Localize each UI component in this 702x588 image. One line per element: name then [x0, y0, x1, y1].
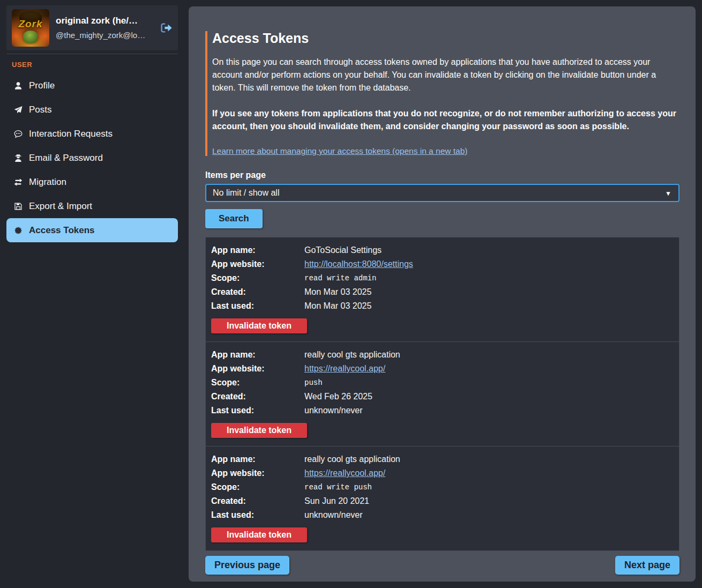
floppy-disk-icon — [13, 202, 23, 211]
field-label: App website: — [211, 259, 304, 269]
next-page-button[interactable]: Next page — [615, 556, 679, 575]
sidebar-nav: Profile Posts — [0, 73, 185, 242]
logout-button[interactable] — [159, 21, 173, 35]
token-row-app-website: App website: http://localhost:8080/setti… — [211, 257, 673, 271]
items-per-page-label: Items per page — [205, 170, 679, 180]
field-label: App name: — [211, 245, 304, 255]
learn-more-link[interactable]: Learn more about managing your access to… — [212, 146, 467, 156]
app-website-link[interactable]: https://reallycool.app/ — [304, 364, 385, 373]
intro-paragraph: On this page you can search through acce… — [212, 56, 679, 94]
field-label: App name: — [211, 350, 304, 360]
app-name-value: GoToSocial Settings — [304, 245, 382, 255]
items-per-page-value: No limit / show all — [213, 188, 279, 198]
token-row-last-used: Last used: unknown/never — [211, 508, 673, 522]
display-name: original zork (he/… — [56, 15, 152, 27]
scope-value: read write push — [304, 483, 372, 492]
token-row-created: Created: Wed Feb 26 2025 — [211, 390, 673, 404]
user-secret-icon — [13, 153, 23, 162]
token-row-created: Created: Mon Mar 03 2025 — [211, 285, 673, 299]
token-row-app-website: App website: https://reallycool.app/ — [211, 362, 673, 376]
sidebar-item-label: Access Tokens — [29, 225, 95, 236]
sidebar-item-access-tokens[interactable]: Access Tokens — [6, 218, 178, 242]
user-card: Zork original zork (he/… @the_mighty_zor… — [6, 5, 178, 50]
token-row-app-website: App website: https://reallycool.app/ — [211, 466, 673, 480]
sidebar-item-label: Interaction Requests — [29, 129, 113, 139]
field-label: Created: — [211, 287, 304, 297]
sidebar: Zork original zork (he/… @the_mighty_zor… — [0, 0, 185, 588]
access-tokens-page: Zork original zork (he/… @the_mighty_zor… — [0, 0, 702, 588]
last-used-value: Mon Mar 03 2025 — [304, 301, 371, 311]
token-row-last-used: Last used: Mon Mar 03 2025 — [211, 299, 673, 313]
token-row-last-used: Last used: unknown/never — [211, 404, 673, 418]
token-row-app-name: App name: really cool gts application — [211, 452, 673, 466]
token-row-created: Created: Sun Jun 20 2021 — [211, 494, 673, 508]
token-row-scope: Scope: read write push — [211, 480, 673, 494]
field-label: Last used: — [211, 406, 304, 415]
created-value: Sun Jun 20 2021 — [304, 496, 369, 506]
token-list: App name: GoToSocial Settings App websit… — [205, 237, 679, 551]
sidebar-item-posts[interactable]: Posts — [0, 98, 185, 122]
sidebar-item-label: Profile — [29, 80, 55, 91]
user-icon — [13, 81, 23, 90]
token-entry: App name: really cool gts application Ap… — [206, 342, 679, 446]
user-names: original zork (he/… @the_mighty_zork@lo… — [56, 15, 152, 41]
invalidate-token-button[interactable]: Invalidate token — [211, 423, 307, 438]
avatar: Zork — [12, 9, 49, 47]
sidebar-item-email-password[interactable]: Email & Password — [0, 146, 185, 170]
avatar-title-text: Zork — [12, 18, 49, 30]
invalidate-token-button[interactable]: Invalidate token — [211, 527, 307, 542]
token-entry: App name: GoToSocial Settings App websit… — [206, 237, 679, 342]
field-label: App name: — [211, 455, 304, 464]
certificate-icon — [13, 226, 23, 235]
previous-page-button[interactable]: Previous page — [205, 556, 289, 575]
sign-out-icon — [159, 28, 173, 36]
sidebar-item-profile[interactable]: Profile — [0, 73, 185, 98]
sidebar-item-migration[interactable]: Migration — [0, 170, 185, 194]
token-entry: App name: really cool gts application Ap… — [206, 446, 679, 550]
sidebar-item-label: Export & Import — [29, 201, 92, 212]
sidebar-item-label: Email & Password — [29, 153, 103, 163]
sidebar-item-label: Migration — [29, 177, 66, 188]
page-header: Access Tokens On this page you can searc… — [205, 31, 679, 156]
avatar-creature-art — [23, 31, 38, 43]
warning-paragraph: If you see any tokens from applications … — [212, 107, 679, 133]
app-website-link[interactable]: http://localhost:8080/settings — [304, 259, 413, 269]
field-label: Created: — [211, 392, 304, 401]
token-row-scope: Scope: push — [211, 376, 673, 390]
pagination: Previous page Next page — [205, 556, 679, 575]
token-row-scope: Scope: read write admin — [211, 271, 673, 285]
paper-plane-icon — [13, 105, 23, 114]
main-panel: Access Tokens On this page you can searc… — [189, 6, 696, 582]
user-handle: @the_mighty_zork@lo… — [56, 30, 152, 41]
token-row-app-name: App name: GoToSocial Settings — [211, 243, 673, 257]
field-label: Scope: — [211, 273, 304, 283]
field-label: Last used: — [211, 301, 304, 311]
field-label: Scope: — [211, 482, 304, 492]
page-title: Access Tokens — [212, 31, 679, 45]
field-label: Scope: — [211, 378, 304, 388]
created-value: Wed Feb 26 2025 — [304, 392, 372, 401]
app-name-value: really cool gts application — [304, 350, 400, 360]
scope-value: push — [304, 378, 323, 387]
token-row-app-name: App name: really cool gts application — [211, 348, 673, 362]
field-label: App website: — [211, 468, 304, 478]
sidebar-item-export-import[interactable]: Export & Import — [0, 194, 185, 218]
comment-dots-icon — [13, 129, 23, 138]
sidebar-item-interaction-requests[interactable]: Interaction Requests — [0, 122, 185, 146]
scope-value: read write admin — [304, 274, 376, 282]
field-label: App website: — [211, 364, 304, 374]
app-name-value: really cool gts application — [304, 455, 400, 464]
items-per-page-select[interactable]: No limit / show all ▼ — [205, 184, 679, 202]
sidebar-item-label: Posts — [29, 105, 52, 115]
last-used-value: unknown/never — [304, 510, 363, 520]
search-form: Items per page No limit / show all ▼ Sea… — [205, 170, 679, 228]
last-used-value: unknown/never — [304, 406, 363, 415]
sidebar-divider — [6, 54, 178, 54]
search-button[interactable]: Search — [205, 209, 263, 228]
app-website-link[interactable]: https://reallycool.app/ — [304, 468, 385, 478]
chevron-down-icon: ▼ — [665, 190, 671, 197]
sidebar-section-label: USER — [12, 61, 32, 69]
invalidate-token-button[interactable]: Invalidate token — [211, 318, 307, 333]
field-label: Created: — [211, 496, 304, 506]
created-value: Mon Mar 03 2025 — [304, 287, 371, 297]
